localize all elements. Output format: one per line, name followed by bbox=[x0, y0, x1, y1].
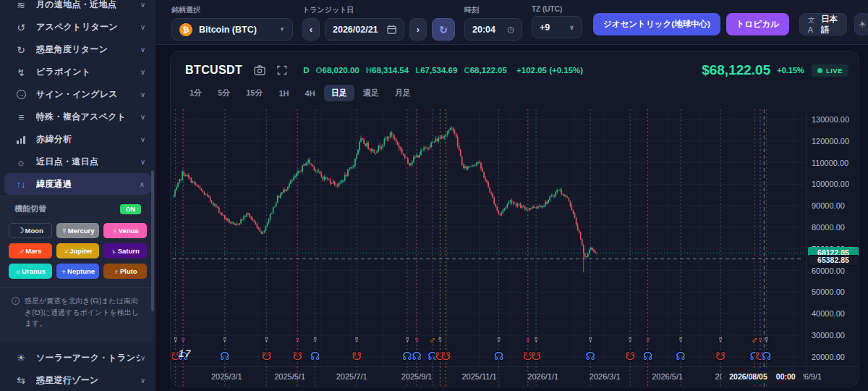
transit-marker-mercury[interactable]: ☿ bbox=[218, 335, 231, 345]
prev-day-button[interactable]: ‹ bbox=[302, 18, 320, 41]
x-axis-label: 2025/5/1 bbox=[261, 372, 319, 381]
sidebar-scrollbar[interactable] bbox=[151, 170, 154, 311]
chevron-down-icon: ∨ bbox=[140, 354, 145, 362]
feature-toggle[interactable]: ON bbox=[120, 204, 142, 214]
sidebar-item-label: 緯度通過 bbox=[36, 178, 140, 190]
price-plot[interactable]: ☿☋♀☊☿☊☿☋♀☋☿☊☿☋☿☊♀☊♂☊☿☋☋☿☊♀☋☿☋☿☊☿☋♀☊☿☊☿☋♂… bbox=[172, 109, 806, 387]
fullscreen-icon[interactable] bbox=[277, 65, 287, 75]
jupiter-glyph-icon: ♃ bbox=[63, 247, 69, 256]
topbar: 銘柄選択 ₿ Bitcoin (BTC) ▼ トランジット日 ‹ 2026/02… bbox=[156, 0, 868, 45]
ohlc-value: 68,122.05 bbox=[470, 66, 507, 75]
transit-marker-north-node[interactable]: ☊ bbox=[584, 350, 597, 361]
sidebar-item-aspect-return[interactable]: ↺アスペクトリターン∨ bbox=[0, 16, 156, 38]
transit-marker-north-node[interactable]: ☊ bbox=[760, 350, 773, 361]
sidebar-item-latitude-pass[interactable]: ↑↓緯度通過∧ bbox=[4, 173, 151, 195]
sidebar-item-planet-angle-return[interactable]: ↻惑星角度リターン∨ bbox=[0, 38, 156, 61]
crosshair-time: 00:00 bbox=[776, 372, 796, 381]
transit-marker-north-node[interactable]: ☊ bbox=[218, 350, 231, 361]
timezone-select[interactable]: +9 ∨ bbox=[532, 16, 582, 38]
transit-marker-north-node[interactable]: ☊ bbox=[493, 350, 506, 361]
sidebar-item-perihelion-aphelion[interactable]: ☼近日点・遠日点∨ bbox=[0, 151, 156, 173]
sidebar-item-solar-arc-transit[interactable]: ☀ソーラーアーク・トランジット∨ bbox=[0, 347, 156, 369]
sidebar-item-moon-apsis[interactable]: ≋月の遠地点・近地点∨ bbox=[0, 0, 156, 16]
timeframe-4H[interactable]: 4H bbox=[298, 86, 323, 101]
planet-button-jupiter[interactable]: ♃Jupiter bbox=[56, 243, 100, 258]
price-axis[interactable]: 130000.00120000.00110000.00100000.009000… bbox=[806, 109, 859, 366]
transit-marker-venus[interactable]: ♀ bbox=[410, 335, 423, 345]
y-axis-label: 40000.00 bbox=[812, 309, 845, 318]
transit-marker-mercury[interactable]: ☿ bbox=[260, 335, 273, 345]
transit-marker-north-node[interactable]: ☊ bbox=[674, 350, 687, 361]
y-axis-label: 30000.00 bbox=[812, 331, 845, 340]
transit-marker-mercury[interactable]: ☿ bbox=[493, 335, 506, 345]
transit-marker-mercury[interactable]: ☿ bbox=[760, 335, 773, 345]
transit-marker-north-node[interactable]: ☊ bbox=[410, 350, 423, 361]
tropical-button[interactable]: トロピカル bbox=[726, 13, 789, 35]
timeframe-1H[interactable]: 1H bbox=[272, 86, 297, 101]
sidebar-item-special-aspect[interactable]: ≡特殊・複合アスペクト∨ bbox=[0, 106, 156, 128]
calendar-icon bbox=[387, 25, 396, 34]
chevron-down-icon: ∨ bbox=[140, 91, 145, 98]
transit-marker-mercury[interactable]: ☿ bbox=[350, 335, 363, 345]
transit-marker-mercury[interactable]: ☿ bbox=[674, 335, 687, 345]
transit-marker-north-node[interactable]: ☊ bbox=[642, 350, 655, 361]
chevron-down-icon: ∨ bbox=[140, 1, 145, 9]
sidebar-item-pila-point[interactable]: ↯ピラポイント∨ bbox=[0, 61, 156, 83]
screenshot-camera-icon[interactable] bbox=[254, 65, 265, 75]
transit-marker-south-node[interactable]: ☋ bbox=[624, 350, 637, 361]
planet-button-label: Uranus bbox=[22, 267, 46, 275]
timeframe-日足[interactable]: 日足 bbox=[324, 85, 354, 101]
planet-button-venus[interactable]: ♀Venus bbox=[103, 223, 147, 238]
timezone-group: TZ (UTC) +9 ∨ bbox=[532, 0, 582, 44]
transit-marker-south-node[interactable]: ☋ bbox=[439, 350, 452, 361]
symbol-select[interactable]: ₿ Bitcoin (BTC) ▼ bbox=[171, 18, 293, 41]
planet-button-neptune[interactable]: ♆Neptune bbox=[56, 264, 100, 279]
planet-button-grid: ☽Moon☿Mercury♀Venus♂Mars♃Jupiter♄Saturn♅… bbox=[0, 220, 156, 286]
planet-button-mars[interactable]: ♂Mars bbox=[9, 243, 52, 258]
sidebar-item-sign-ingress[interactable]: →サイン・イングレス∨ bbox=[0, 83, 156, 106]
y-axis-label: 90000.00 bbox=[812, 201, 845, 210]
timeframe-月足[interactable]: 月足 bbox=[388, 85, 418, 101]
language-button[interactable]: 文A 日本語 bbox=[799, 13, 847, 35]
timezone-value: +9 bbox=[540, 22, 550, 33]
theme-toggle-button[interactable]: ☀ bbox=[854, 13, 868, 35]
transit-marker-venus[interactable]: ♀ bbox=[291, 335, 304, 345]
timeframe-15分[interactable]: 15分 bbox=[239, 85, 270, 101]
refresh-button[interactable]: ↻ bbox=[432, 18, 455, 41]
planet-button-mercury[interactable]: ☿Mercury bbox=[56, 223, 100, 238]
timeframe-1分[interactable]: 1分 bbox=[182, 85, 209, 101]
y-axis-label: 130000.00 bbox=[812, 115, 849, 124]
transit-marker-south-node[interactable]: ☋ bbox=[529, 350, 542, 361]
latitude-info-text: 惑星が黄道を北向き(☊)または南向き(☋)に通過するポイントを検出します。 bbox=[25, 295, 144, 329]
transit-marker-south-node[interactable]: ☋ bbox=[291, 350, 304, 361]
sidebar-item-label: 月の遠地点・近地点 bbox=[36, 0, 140, 11]
timeframe-5分[interactable]: 5分 bbox=[210, 85, 237, 101]
next-day-button[interactable]: › bbox=[409, 18, 427, 41]
transit-marker-venus[interactable]: ♀ bbox=[642, 335, 655, 345]
transit-marker-venus[interactable]: ♀ bbox=[176, 335, 190, 345]
date-input[interactable]: 2026/02/21 bbox=[325, 18, 404, 41]
transit-marker-mercury[interactable]: ☿ bbox=[433, 335, 446, 345]
transit-marker-north-node[interactable]: ☊ bbox=[309, 350, 322, 361]
x-axis-label: 2026/1/1 bbox=[514, 372, 572, 381]
transit-marker-south-node[interactable]: ☋ bbox=[714, 350, 727, 361]
planet-button-saturn[interactable]: ♄Saturn bbox=[103, 243, 147, 258]
transit-marker-mercury[interactable]: ☿ bbox=[529, 335, 542, 345]
geocentric-button[interactable]: ジオセントリック(地球中心) bbox=[593, 13, 720, 35]
transit-marker-mercury[interactable]: ☿ bbox=[624, 335, 637, 345]
planet-button-uranus[interactable]: ♅Uranus bbox=[9, 264, 52, 279]
sidebar-item-declination-analysis[interactable]: 赤緯分析∨ bbox=[0, 128, 156, 151]
transit-marker-mercury[interactable]: ☿ bbox=[584, 335, 597, 345]
planet-button-label: Venus bbox=[119, 227, 139, 235]
time-input[interactable]: 20:04 ◷ bbox=[464, 18, 522, 41]
sidebar-item-retrograde-zone[interactable]: ⇆惑星逆行ゾーン∨ bbox=[0, 369, 156, 391]
transit-marker-south-node[interactable]: ☋ bbox=[260, 350, 273, 361]
transit-marker-mercury[interactable]: ☿ bbox=[714, 335, 727, 345]
transit-marker-south-node[interactable]: ☋ bbox=[350, 350, 363, 361]
planet-button-moon[interactable]: ☽Moon bbox=[9, 223, 52, 238]
planet-button-pluto[interactable]: ♇Pluto bbox=[103, 264, 147, 279]
rotate-ccw-icon: ↺ bbox=[13, 22, 29, 33]
info-icon: i bbox=[12, 297, 20, 305]
transit-marker-mercury[interactable]: ☿ bbox=[309, 335, 322, 345]
timeframe-週足[interactable]: 週足 bbox=[356, 85, 386, 101]
